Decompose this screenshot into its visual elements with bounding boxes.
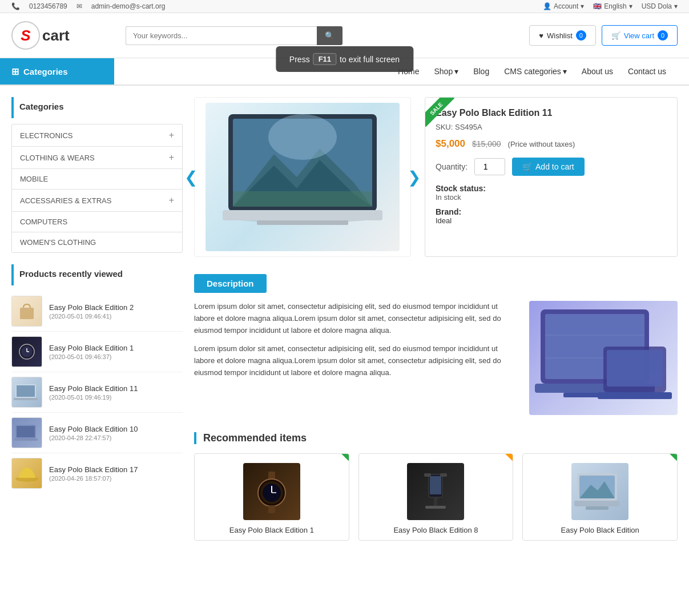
recent-info-1: Easy Polo Black Edition 1 (2020-05-01 09… [49, 344, 134, 360]
rec-mount-svg [413, 469, 458, 514]
wishlist-button[interactable]: ♥ Wishlist 0 [529, 25, 596, 46]
category-list: ELECTRONICS + CLOTHING & WEARS + MOBILE … [11, 124, 183, 253]
language-label: English [604, 2, 626, 10]
rec-name-1: Easy Polo Black Edition 8 [393, 526, 478, 534]
shop-chevron: ▾ [454, 67, 458, 76]
description-with-image: Lorem ipsum dolor sit amet, consectetur … [194, 301, 678, 415]
recent-item-4[interactable]: Easy Polo Black Edition 17 (2020-04-26 1… [11, 453, 183, 493]
sidebar: Categories ELECTRONICS + CLOTHING & WEAR… [11, 97, 183, 541]
viewcart-button[interactable]: 🛒 View cart 0 [602, 25, 678, 46]
email-icon: ✉ [76, 2, 82, 10]
description-section: Description Lorem ipsum dolor sit amet, … [194, 274, 678, 415]
recent-thumb-0 [11, 296, 42, 327]
stock-label: Stock status: [436, 184, 667, 193]
category-accessories[interactable]: ACCESSARIES & EXTRAS + [12, 190, 182, 212]
phone-icon: 📞 [11, 2, 20, 10]
category-mobile-label: MOBILE [20, 175, 48, 183]
sale-badge: SALE [425, 98, 454, 127]
carousel-prev-button[interactable]: ❮ [184, 168, 198, 187]
recent-name-1: Easy Polo Black Edition 1 [49, 344, 134, 352]
svg-rect-7 [14, 398, 38, 400]
category-computers[interactable]: COMPUTERS [12, 212, 182, 232]
cms-chevron: ▾ [563, 67, 567, 76]
logo-area[interactable]: S cart [11, 21, 114, 50]
account-link[interactable]: 👤 Account ▾ [543, 2, 584, 10]
product-sku: SKU: SS495A [436, 123, 667, 131]
price-sale: $5,000 [436, 138, 465, 150]
svg-rect-48 [574, 501, 620, 506]
quantity-input[interactable] [474, 158, 505, 175]
svg-rect-38 [268, 505, 275, 513]
svg-rect-17 [233, 191, 372, 207]
recent-thumb-2 [11, 377, 42, 408]
language-link[interactable]: 🇬🇧 English ▾ [593, 2, 632, 10]
product-laptop-svg [206, 103, 400, 251]
category-clothing[interactable]: CLOTHING & WEARS + [12, 147, 182, 169]
category-womens-label: WOMEN'S CLOTHING [20, 238, 96, 247]
nav-contact[interactable]: Contact us [628, 67, 666, 76]
rec-image-2 [571, 463, 628, 520]
svg-rect-49 [586, 506, 609, 510]
search-input[interactable] [126, 26, 317, 45]
wishlist-label: Wishlist [547, 31, 573, 40]
category-electronics[interactable]: ELECTRONICS + [12, 124, 182, 147]
header-actions: ♥ Wishlist 0 🛒 View cart 0 [529, 25, 678, 46]
price-original: $15,000 [472, 139, 501, 148]
rec-image-1 [407, 463, 464, 520]
recent-date-3: (2020-04-28 22:47:57) [49, 434, 138, 441]
nav-blog[interactable]: Blog [473, 67, 489, 76]
recently-viewed-title: Products recently viewed [11, 264, 183, 285]
rec-badge-text-2: SALE [658, 454, 677, 461]
add-to-cart-label: Add to cart [535, 162, 574, 171]
rec-item-0[interactable]: SALE Easy Polo Black Editi [194, 453, 349, 541]
category-electronics-label: ELECTRONICS [20, 131, 72, 140]
brand-label: Brand: [436, 207, 667, 216]
categories-label: Categories [23, 67, 68, 77]
recent-name-3: Easy Polo Black Edition 10 [49, 425, 138, 433]
flag-icon: 🇬🇧 [593, 2, 602, 10]
category-womens[interactable]: WOMEN'S CLOTHING [12, 232, 182, 252]
nav-shop[interactable]: Shop ▾ [434, 67, 458, 76]
rec-badge-text-1: HOT [494, 454, 513, 461]
category-mobile[interactable]: MOBILE [12, 169, 182, 190]
price-note: (Price without taxes) [508, 140, 575, 148]
recent-info-0: Easy Polo Black Edition 2 (2020-05-01 09… [49, 303, 134, 320]
svg-rect-21 [257, 220, 348, 225]
logo-icon: S [11, 21, 40, 50]
svg-rect-42 [425, 506, 446, 509]
recent-item-0[interactable]: Easy Polo Black Edition 2 (2020-05-01 09… [11, 291, 183, 332]
currency-link[interactable]: USD Dola ▾ [642, 2, 678, 10]
top-bar: 📞 0123456789 ✉ admin-demo@s-cart.org 👤 A… [0, 0, 689, 13]
description-button[interactable]: Description [194, 274, 267, 293]
rec-item-2[interactable]: SALE Easy Polo Black Edition [522, 453, 678, 541]
rec-item-1[interactable]: HOT [358, 453, 514, 541]
recent-item-1[interactable]: Easy Polo Black Edition 1 (2020-05-01 09… [11, 332, 183, 372]
categories-button[interactable]: ⊞ Categories [0, 58, 114, 84]
recent-thumb-1 [11, 336, 42, 367]
recent-item-3[interactable]: Easy Polo Black Edition 10 (2020-04-28 2… [11, 413, 183, 453]
recent-item-2[interactable]: Easy Polo Black Edition 11 (2020-05-01 0… [11, 372, 183, 413]
carousel-next-button[interactable]: ❯ [408, 168, 421, 187]
category-clothing-expand: + [169, 152, 174, 163]
add-to-cart-button[interactable]: 🛒 Add to cart [512, 158, 585, 176]
cart-icon: 🛒 [611, 31, 620, 40]
rec-watch-svg [249, 469, 295, 514]
fullscreen-key: F11 [313, 53, 336, 65]
rec-name-0: Easy Polo Black Edition 1 [229, 526, 314, 534]
rec-badge-1: HOT [486, 454, 513, 480]
recent-thumb-3 [11, 417, 42, 448]
nav-cms[interactable]: CMS categories ▾ [504, 67, 567, 76]
svg-rect-0 [20, 308, 34, 319]
search-button[interactable]: 🔍 [317, 26, 343, 45]
svg-point-18 [268, 114, 337, 160]
search-area: 🔍 [126, 26, 343, 45]
product-price: $5,000 $15,000 (Price without taxes) [436, 138, 667, 150]
svg-rect-40 [430, 476, 441, 494]
product-title: Easy Polo Black Edition 11 [436, 108, 667, 118]
recent-info-3: Easy Polo Black Edition 10 (2020-04-28 2… [49, 425, 138, 441]
viewcart-label: View cart [624, 31, 654, 40]
svg-rect-9 [17, 426, 35, 437]
recent-date-4: (2020-04-26 18:57:07) [49, 475, 138, 482]
nav-about[interactable]: About us [582, 67, 613, 76]
description-text-block: Lorem ipsum dolor sit amet, consectetur … [194, 301, 518, 379]
